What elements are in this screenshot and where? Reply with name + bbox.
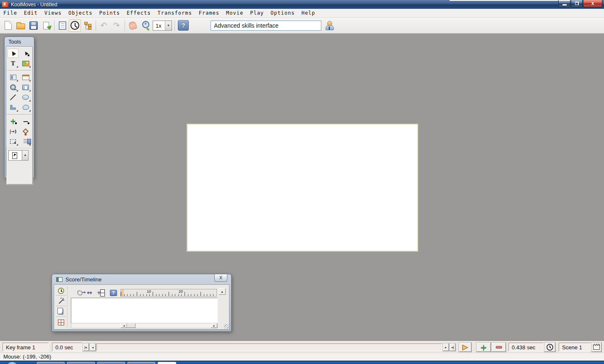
scroll-right-button[interactable]: ► (211, 323, 217, 328)
export-movie-button[interactable]: ▶ (40, 19, 52, 32)
ellipse-tool-button[interactable] (20, 93, 31, 102)
timeline-grid-button[interactable] (56, 317, 66, 327)
frame-slider-track[interactable] (96, 343, 442, 351)
add-points-tool-button[interactable]: + (8, 117, 18, 126)
zoom-level-combo[interactable]: 1x ▼ (153, 21, 172, 31)
skill-level-field[interactable] (211, 21, 321, 31)
button-tool-button[interactable] (8, 73, 18, 82)
new-file-button[interactable] (2, 19, 14, 32)
delete-keyframe-button[interactable] (492, 343, 506, 352)
object-tree-button[interactable] (81, 19, 94, 32)
polygon-tool-button[interactable] (8, 103, 18, 112)
tools-palette: Tools ▶ ▶ T + (4, 36, 34, 178)
text-tool-button[interactable]: T (8, 59, 18, 68)
current-time-field[interactable]: 0.0 sec (52, 343, 82, 351)
redo-button[interactable]: ↷ (110, 19, 122, 32)
menu-objects[interactable]: Objects (65, 9, 96, 17)
next-frame-button[interactable]: ► (443, 343, 449, 351)
previous-frame-button[interactable]: ◄ (90, 343, 96, 351)
menu-views[interactable]: Views (41, 9, 65, 17)
zoom-button[interactable] (139, 19, 151, 32)
curve-tool-button[interactable] (20, 103, 31, 112)
timeline-close-button[interactable]: X (214, 274, 227, 282)
tools-palette-titlebar[interactable]: Tools (5, 37, 34, 46)
menu-help[interactable]: Help (298, 9, 319, 17)
first-frame-button[interactable]: ◄ (83, 343, 89, 351)
fill-tool-button[interactable] (20, 127, 31, 136)
title-bar[interactable]: KoolMoves - Untitled (0, 0, 604, 9)
tool-mode-combo[interactable]: ▼ (8, 150, 29, 161)
image-tool-button[interactable] (20, 59, 31, 68)
close-button[interactable]: x (583, 0, 602, 7)
timeline-copy-sound-button[interactable]: ♪ (56, 307, 66, 317)
save-button[interactable] (27, 19, 39, 32)
movie-clip-tool-button[interactable] (8, 83, 18, 92)
open-file-button[interactable] (15, 19, 27, 32)
taskbar-button[interactable] (128, 362, 155, 364)
pan-hand-button[interactable] (127, 19, 139, 32)
maximize-button[interactable] (571, 0, 583, 7)
play-button[interactable]: ▶ (459, 343, 471, 352)
taskbar-button[interactable] (67, 362, 95, 364)
scroll-up-button[interactable]: ▲ (219, 288, 226, 295)
scroll-left-button[interactable]: ◄ (121, 323, 127, 328)
undo-button[interactable]: ↶ (98, 19, 110, 32)
tool-mode-dropdown-button[interactable]: ▼ (22, 151, 28, 160)
timeline-effects-button[interactable] (56, 296, 66, 306)
arrange-tool-button[interactable] (20, 137, 31, 146)
left-arrow-icon: ◄ (91, 346, 94, 349)
transition-tool-button[interactable]: |→) (8, 127, 18, 136)
taskbar-button[interactable] (97, 362, 125, 364)
morph-shape-button[interactable]: → (78, 291, 82, 295)
taskbar-button[interactable] (37, 362, 65, 364)
zoom-dropdown-button[interactable]: ▼ (165, 21, 172, 30)
start-orb-icon[interactable] (7, 362, 18, 364)
stretch-frames-button[interactable]: ↔ (87, 290, 92, 296)
timeline-help-button[interactable]: ? (110, 290, 117, 296)
toolbar-separator (54, 20, 55, 31)
selection-tool-button[interactable]: ▶ (8, 49, 18, 58)
drawing-canvas[interactable] (187, 124, 418, 252)
remove-points-tool-button[interactable]: − (20, 117, 31, 126)
menu-points[interactable]: Points (96, 9, 123, 17)
rollover-tool-button[interactable] (20, 83, 31, 92)
menu-movie[interactable]: Movie (223, 9, 247, 17)
timeline-timing-button[interactable] (56, 286, 66, 296)
menu-transforms[interactable]: Transforms (154, 9, 195, 17)
window-tool-button[interactable] (20, 73, 31, 82)
point-selection-tool-button[interactable]: ▶ (20, 49, 31, 58)
menu-file[interactable]: File (0, 9, 21, 17)
scene-field[interactable]: Scene 1 (559, 343, 591, 351)
open-folder-icon (16, 23, 25, 29)
copy-frames-icon: ♪ (59, 309, 63, 315)
line-tool-button[interactable] (8, 93, 18, 102)
minimize-button[interactable] (558, 0, 570, 7)
notes-view-button[interactable] (56, 19, 68, 32)
toolbar-separator (125, 20, 125, 31)
keyframe-field[interactable]: Key frame 1 (3, 343, 49, 351)
timeline-view-button[interactable] (69, 19, 81, 32)
timeline-scrollbar[interactable]: ◄ ► (71, 323, 218, 328)
point-dot (15, 122, 17, 124)
frame-duration-field[interactable]: 0.438 sec (508, 343, 544, 351)
timing-button[interactable] (544, 343, 555, 352)
add-frame-button[interactable]: + (97, 289, 105, 296)
menu-play[interactable]: Play (247, 9, 267, 17)
timeline-frame-ruler[interactable]: 10 20 (120, 289, 217, 296)
timeline-track-area[interactable] (71, 298, 218, 324)
menu-options[interactable]: Options (267, 9, 298, 17)
last-frame-button[interactable]: ► (450, 343, 456, 351)
clock-icon (70, 21, 79, 30)
menu-effects[interactable]: Effects (123, 9, 154, 17)
ellipse-icon (22, 95, 29, 100)
scene-manager-button[interactable] (591, 343, 601, 352)
timeline-titlebar[interactable]: Score/Timeline (52, 274, 231, 284)
menu-frames[interactable]: Frames (195, 9, 223, 17)
help-button[interactable]: ? (177, 19, 190, 32)
add-keyframe-button[interactable]: + (476, 343, 491, 352)
user-person-icon[interactable] (325, 21, 333, 30)
menu-edit[interactable]: Edit (21, 9, 41, 17)
scrollbar-thumb[interactable] (127, 323, 135, 328)
taskbar-button-active[interactable] (158, 362, 176, 364)
marquee-transform-tool-button[interactable] (8, 137, 18, 146)
